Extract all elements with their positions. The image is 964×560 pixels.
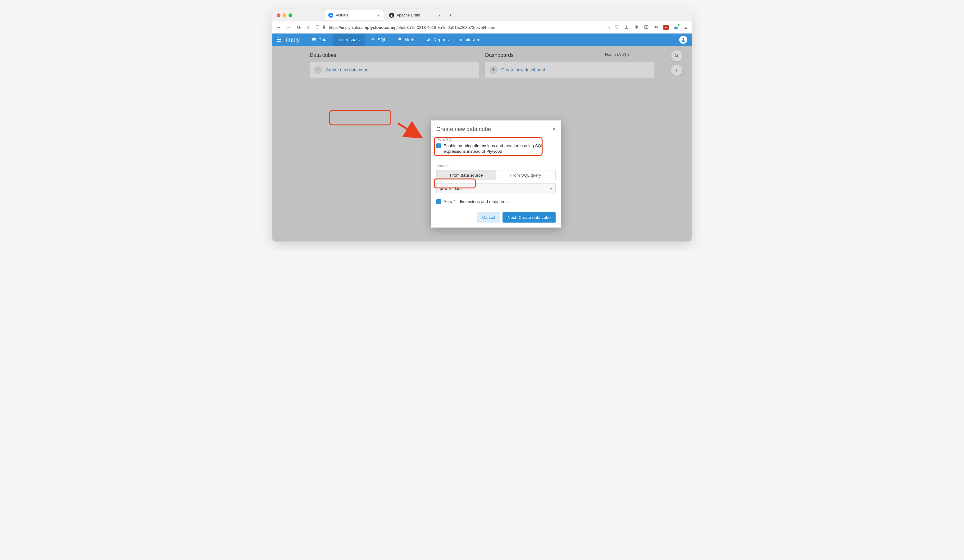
home-button[interactable]: ⌂ [305, 24, 312, 30]
browser-urlbar: ← → ⟳ ⌂ https://imply-sales.implycloud.c… [272, 21, 692, 34]
chevron-down-icon: ▾ [550, 186, 552, 191]
svg-point-12 [682, 38, 684, 40]
autofill-label: Auto-fill dimensions and measures [443, 199, 508, 205]
maximize-window-icon[interactable] [288, 13, 292, 17]
reports-icon [427, 37, 431, 42]
source-from-sql-button[interactable]: From SQL query [496, 170, 555, 180]
back-button[interactable]: ← [275, 24, 282, 30]
svg-rect-0 [645, 26, 648, 28]
sidebar-icon[interactable] [643, 25, 649, 30]
chevron-down-icon: ▾ [627, 52, 630, 57]
search-button[interactable] [671, 50, 682, 62]
nav-sql[interactable]: SQL [365, 34, 392, 46]
nav-data[interactable]: Data [306, 34, 334, 46]
browser-tab-inactive[interactable]: ◐ Apache Druid × [386, 10, 445, 20]
svg-rect-2 [312, 38, 316, 39]
svg-rect-7 [342, 39, 342, 41]
plus-icon: + [314, 66, 322, 74]
bell-icon [397, 37, 402, 42]
nav-reports[interactable]: Reports [421, 34, 454, 46]
pivot-sql-checkbox-row[interactable]: ✓ Enable creating dimensions and measure… [436, 143, 555, 154]
ublock-icon[interactable]: u [663, 25, 669, 30]
datacubes-column: Data cubes + Create new data cube [309, 52, 479, 78]
hamburger-menu-icon[interactable]: ☰ [272, 36, 286, 43]
tab-title: Apache Druid [397, 13, 420, 17]
checkbox-checked-icon[interactable]: ✓ [436, 143, 441, 148]
close-window-icon[interactable] [277, 13, 280, 17]
library-icon[interactable] [633, 25, 639, 30]
toolbar-right: u ◉ ≡ [614, 24, 689, 30]
plus-icon: + [489, 66, 498, 74]
imply-favicon-icon: ➜ [328, 13, 333, 18]
data-icon [312, 37, 316, 42]
chart-icon [339, 37, 343, 42]
annotation-highlight [329, 110, 391, 125]
search-icon [674, 54, 679, 58]
shield-icon [315, 25, 319, 30]
user-avatar[interactable] [679, 36, 687, 44]
window-controls [277, 13, 292, 17]
selected-source-value: power_data [440, 186, 462, 191]
pivot-sql-description: Enable creating dimensions and measures … [443, 143, 555, 154]
lock-icon [322, 25, 326, 30]
svg-point-13 [675, 54, 677, 57]
app-menu-icon[interactable]: ≡ [683, 25, 689, 30]
svg-line-14 [677, 57, 678, 57]
next-button[interactable]: Next: Create data cube [503, 212, 555, 222]
annotation-arrow-icon [397, 120, 428, 142]
svg-line-15 [398, 123, 422, 138]
reload-button[interactable]: ⟳ [295, 24, 302, 31]
datacubes-heading: Data cubes [309, 52, 479, 58]
svg-point-11 [429, 40, 431, 41]
url-text: https://imply-sales.implycloud.com/p/e5d… [329, 25, 495, 30]
checkbox-checked-icon[interactable]: ✓ [436, 199, 441, 204]
plus-icon: + [675, 67, 679, 74]
modal-close-button[interactable]: × [552, 126, 555, 133]
create-datacube-button[interactable]: + Create new data cube [309, 62, 479, 78]
page-content: Data cubes + Create new data cube Dashbo… [272, 46, 692, 242]
create-dashboard-label: Create new dashboard [501, 67, 546, 72]
tab-close-icon[interactable]: × [438, 13, 441, 18]
profile-icon[interactable]: ◉ [673, 24, 679, 30]
new-tab-button[interactable]: + [446, 12, 455, 19]
browser-tabbar: ➜ Visuals × ◐ Apache Druid × + [272, 9, 692, 21]
pivot-sql-label: Pivot SQL [436, 138, 555, 142]
create-dashboard-button[interactable]: + Create new dashboard [485, 62, 655, 78]
modal-title: Create new data cube [436, 126, 491, 133]
app-header: ☰ imply Data Visuals SQL Alerts Reports … [272, 34, 692, 46]
svg-rect-4 [312, 41, 316, 41]
svg-rect-8 [427, 40, 428, 41]
extension-icon[interactable] [653, 25, 659, 30]
tab-close-icon[interactable]: × [377, 13, 380, 18]
druid-favicon-icon: ◐ [389, 13, 394, 18]
nav-alerts[interactable]: Alerts [392, 34, 421, 46]
svg-rect-3 [312, 39, 316, 40]
pocket-icon[interactable] [614, 25, 619, 30]
add-button[interactable]: + [671, 65, 682, 76]
forward-button[interactable]: → [285, 24, 292, 30]
nav-project-selector[interactable]: minitest ▾ [454, 34, 485, 46]
tab-title: Visuals [336, 13, 348, 17]
source-from-data-button[interactable]: From data source [436, 170, 496, 180]
bookmark-star-icon[interactable]: ☆ [607, 25, 611, 30]
address-bar[interactable]: https://imply-sales.implycloud.com/p/e5d… [315, 25, 611, 30]
source-segmented-control: From data source From SQL query [436, 170, 555, 180]
browser-window: ➜ Visuals × ◐ Apache Druid × + ← → ⟳ ⌂ [272, 9, 692, 242]
create-datacube-modal: Create new data cube × Pivot SQL ✓ Enabl… [431, 120, 561, 227]
imply-logo[interactable]: imply [286, 37, 300, 43]
sort-selector[interactable]: Name (A-Z) ▾ [605, 52, 630, 57]
cancel-button[interactable]: Cancel [477, 212, 500, 222]
download-icon[interactable] [624, 25, 629, 30]
create-datacube-label: Create new data cube [326, 67, 368, 72]
svg-rect-6 [341, 38, 341, 41]
autofill-checkbox-row[interactable]: ✓ Auto-fill dimensions and measures [436, 199, 555, 205]
sql-icon [371, 37, 375, 42]
datasource-select[interactable]: power_data ▾ [436, 183, 555, 193]
minimize-window-icon[interactable] [283, 13, 287, 17]
svg-rect-5 [339, 39, 340, 41]
source-label: Source [436, 164, 555, 168]
nav-visuals[interactable]: Visuals [333, 34, 365, 46]
svg-rect-9 [428, 39, 429, 41]
browser-tab-active[interactable]: ➜ Visuals × [324, 10, 384, 20]
chevron-down-icon: ▾ [477, 37, 480, 42]
